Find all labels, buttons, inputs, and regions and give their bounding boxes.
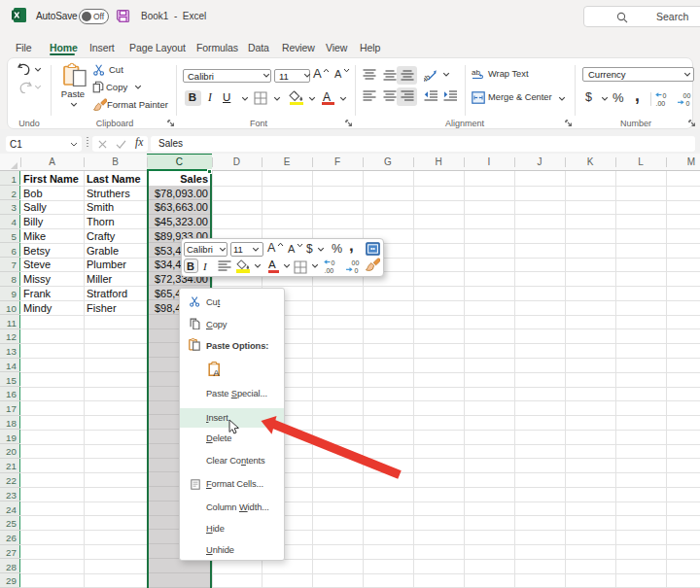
svg-text:0: 0 [686, 100, 690, 107]
svg-text:.00: .00 [325, 267, 334, 274]
svg-text:0: 0 [663, 92, 667, 99]
svg-text:00: 00 [683, 92, 691, 99]
svg-text:0: 0 [355, 267, 359, 274]
svg-text:00: 00 [352, 259, 360, 266]
svg-text:A: A [213, 367, 220, 377]
svg-text:0: 0 [332, 259, 335, 266]
svg-text:.00: .00 [656, 100, 666, 107]
